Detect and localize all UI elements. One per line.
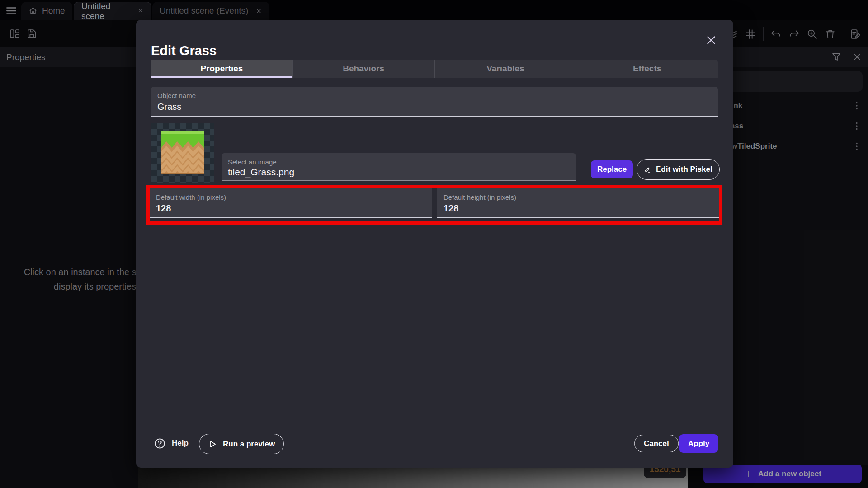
- object-name-value: Grass: [157, 102, 181, 112]
- object-name-field[interactable]: Object name Grass: [151, 87, 718, 117]
- dialog-tab-bar: Properties Behaviors Variables Effects: [151, 60, 718, 78]
- replace-button[interactable]: Replace: [591, 160, 633, 178]
- select-image-field[interactable]: Select an image tiled_Grass.png: [222, 153, 576, 181]
- select-image-label: Select an image: [228, 158, 277, 166]
- grass-tile-image: [161, 131, 204, 174]
- default-height-field[interactable]: Default height (in pixels) 128: [437, 188, 719, 218]
- annotation-red-box: Default width (in pixels) 128 Default he…: [146, 185, 722, 225]
- apply-button[interactable]: Apply: [679, 434, 718, 453]
- default-width-field[interactable]: Default width (in pixels) 128: [150, 188, 432, 218]
- object-name-label: Object name: [157, 92, 196, 99]
- default-height-value: 128: [443, 203, 458, 214]
- help-icon: [154, 437, 166, 450]
- tab-effects[interactable]: Effects: [576, 60, 718, 78]
- run-preview-button[interactable]: Run a preview: [199, 434, 284, 454]
- close-icon[interactable]: [705, 34, 717, 46]
- default-height-label: Default height (in pixels): [443, 193, 516, 201]
- edit-object-dialog: Edit Grass Properties Behaviors Variable…: [136, 20, 733, 468]
- default-width-value: 128: [156, 203, 171, 214]
- select-image-value: tiled_Grass.png: [228, 167, 294, 178]
- pencil-icon: [644, 166, 651, 174]
- edit-with-piskel-button[interactable]: Edit with Piskel: [637, 159, 720, 180]
- help-button[interactable]: Help: [154, 436, 189, 451]
- sprite-thumbnail[interactable]: [151, 123, 214, 183]
- dialog-title: Edit Grass: [151, 43, 217, 58]
- tab-variables[interactable]: Variables: [434, 60, 576, 78]
- play-icon: [208, 440, 217, 449]
- tab-behaviors[interactable]: Behaviors: [292, 60, 434, 78]
- tab-properties[interactable]: Properties: [151, 60, 292, 78]
- gdevelop-app: Home Untitled scene Untitled scene (Even…: [0, 0, 868, 488]
- cancel-button[interactable]: Cancel: [634, 435, 679, 452]
- default-width-label: Default width (in pixels): [156, 193, 226, 201]
